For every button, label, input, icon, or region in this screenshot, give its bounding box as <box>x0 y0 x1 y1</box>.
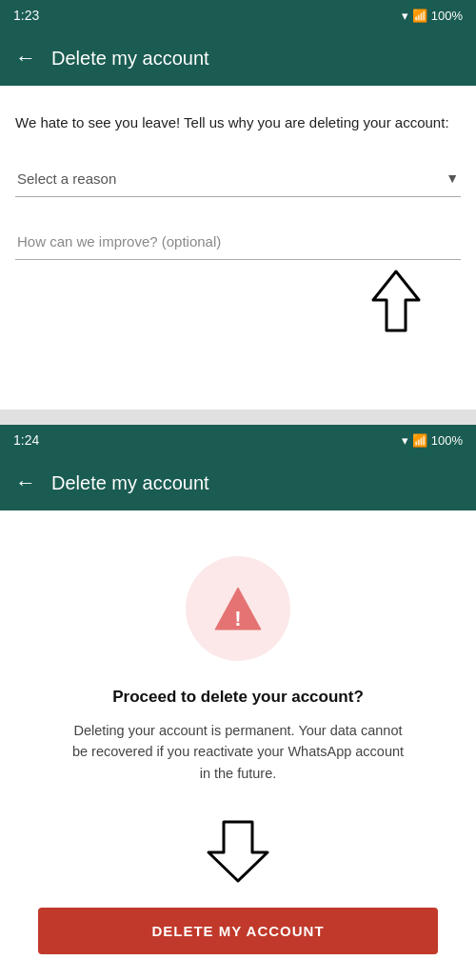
page-title-1: Delete my account <box>51 48 209 70</box>
back-button-2[interactable]: ← <box>15 470 36 495</box>
screen1: 1:23 ▾ 📶 100% ← Delete my account We hat… <box>0 0 476 410</box>
up-arrow-annotation <box>15 268 461 334</box>
screen1-content: We hate to see you leave! Tell us why yo… <box>0 86 476 410</box>
status-bar-1: 1:23 ▾ 📶 100% <box>0 0 476 30</box>
delete-account-button[interactable]: DELETE MY ACCOUNT <box>38 908 438 954</box>
arrow-down-icon <box>205 818 271 885</box>
svg-marker-0 <box>373 271 419 330</box>
status-icons-1: ▾ 📶 100% <box>402 9 463 23</box>
back-button-1[interactable]: ← <box>15 46 36 70</box>
toolbar-1: ← Delete my account <box>0 30 476 86</box>
page-title-2: Delete my account <box>51 472 209 494</box>
battery-text-1: 100% <box>431 9 463 23</box>
signal-icon-2: 📶 <box>412 433 427 448</box>
screen-divider <box>0 410 476 425</box>
status-icons-2: ▾ 📶 100% <box>402 433 463 448</box>
time-1: 1:23 <box>13 8 39 23</box>
warning-triangle-icon: ! <box>211 582 265 635</box>
time-2: 1:24 <box>13 432 39 448</box>
improve-input[interactable] <box>15 224 461 260</box>
down-arrow-annotation <box>205 818 271 889</box>
svg-marker-3 <box>208 822 268 881</box>
warning-circle: ! <box>186 556 290 661</box>
battery-text-2: 100% <box>431 433 463 448</box>
wifi-icon: ▾ <box>402 9 408 23</box>
screen2: 1:24 ▾ 📶 100% ← Delete my account ! Proc… <box>0 425 476 980</box>
svg-text:!: ! <box>234 607 241 630</box>
signal-icon: 📶 <box>412 9 427 23</box>
screen1-description: We hate to see you leave! Tell us why yo… <box>15 112 461 134</box>
screen2-content: ! Proceed to delete your account? Deleti… <box>0 510 476 980</box>
reason-dropdown[interactable]: Select a reason ▼ <box>15 161 461 197</box>
wifi-icon-2: ▾ <box>402 433 408 448</box>
arrow-up-icon <box>369 268 423 334</box>
chevron-down-icon: ▼ <box>446 170 459 186</box>
proceed-description: Deleting your account is permanent. Your… <box>67 720 409 784</box>
toolbar-2: ← Delete my account <box>0 455 476 510</box>
proceed-title: Proceed to delete your account? <box>112 688 364 707</box>
status-bar-2: 1:24 ▾ 📶 100% <box>0 425 476 455</box>
reason-placeholder: Select a reason <box>17 170 116 187</box>
